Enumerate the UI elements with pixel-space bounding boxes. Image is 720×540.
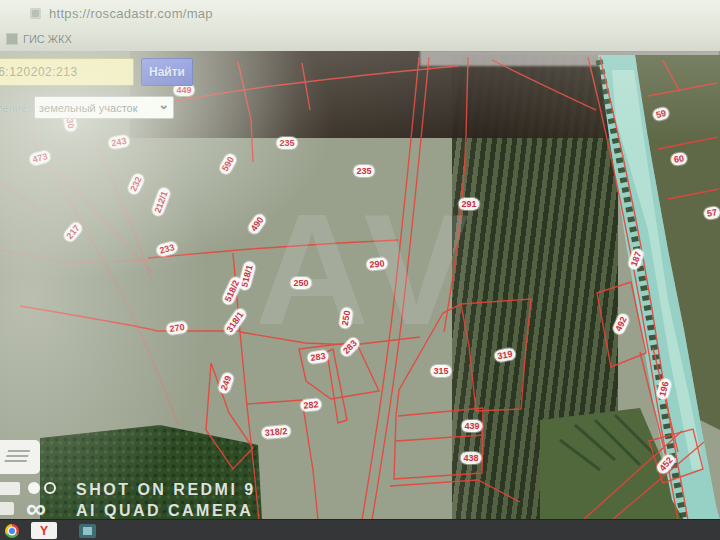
url-text[interactable]: https://roscadastr.com/map: [49, 6, 213, 21]
bookmark-gis-zhkh[interactable]: ГИС ЖКХ: [23, 33, 72, 45]
parcel-label[interactable]: 235: [353, 165, 374, 177]
camera-watermark: ∞ SHOT ON REDMI 9 AI QUAD CAMERA: [26, 481, 256, 521]
chevron-down-icon: ⌄: [158, 100, 169, 110]
redmi-camera-icon: ∞: [26, 481, 66, 521]
parcel-label[interactable]: 438: [460, 452, 481, 464]
cadastral-search-row: Найти: [0, 58, 193, 86]
division-select[interactable]: земельный участок ⌄: [34, 96, 174, 119]
division-select-value: земельный участок: [39, 102, 137, 114]
cadastral-number-input[interactable]: [0, 58, 134, 86]
bookmark-favicon-icon: [6, 33, 18, 45]
watermark-line1: SHOT ON REDMI 9: [76, 481, 256, 499]
chrome-icon[interactable]: [5, 524, 19, 538]
watermark-line2: AI QUAD CAMERA: [76, 502, 256, 520]
parcel-label[interactable]: 439: [461, 420, 482, 432]
division-label: деление:: [0, 102, 30, 114]
photographed-monitor: AV 449330473243232212/159021723323523549…: [0, 0, 720, 540]
map-attribution-chip: [0, 502, 14, 515]
layers-panel[interactable]: [0, 440, 40, 474]
layers-icon: [4, 450, 31, 464]
map-scale-chip: [0, 482, 20, 495]
files-icon[interactable]: [79, 524, 96, 538]
yandex-browser-icon[interactable]: Y: [31, 522, 57, 539]
system-taskbar: Y: [0, 519, 720, 540]
site-watermark: AV: [255, 190, 475, 348]
browser-address-bar[interactable]: https://roscadastr.com/map: [0, 0, 720, 27]
cadastral-map[interactable]: AV: [0, 50, 720, 520]
find-button[interactable]: Найти: [141, 58, 193, 86]
parcel-label[interactable]: 291: [458, 198, 479, 210]
division-filter-row: деление: земельный участок ⌄: [0, 96, 174, 119]
bookmarks-bar: ГИС ЖКХ: [0, 27, 720, 51]
parcel-label[interactable]: 250: [290, 277, 311, 289]
parcel-label[interactable]: 315: [430, 365, 451, 377]
lock-icon: [30, 8, 41, 19]
parcel-label[interactable]: 235: [276, 137, 297, 149]
